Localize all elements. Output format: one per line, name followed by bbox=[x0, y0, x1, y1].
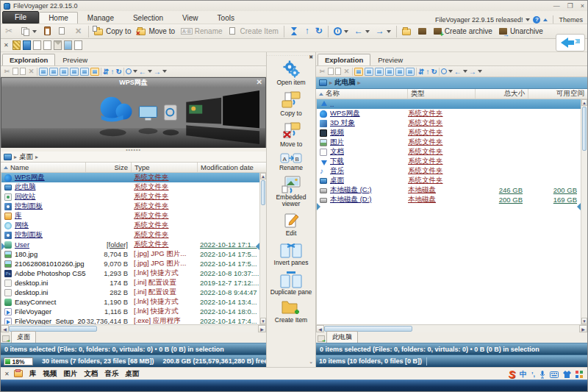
copy-to-button[interactable]: Copy to bbox=[92, 26, 133, 37]
table-row[interactable]: 下载系统文件夹 bbox=[317, 157, 587, 166]
view-details-button[interactable] bbox=[354, 68, 363, 76]
keyboard-icon[interactable] bbox=[550, 371, 559, 378]
user-shortcut-icon[interactable] bbox=[64, 40, 72, 50]
up-arrow-icon[interactable]: ↑ bbox=[110, 68, 114, 76]
table-row[interactable]: 图片系统文件夹 bbox=[317, 138, 587, 147]
column-name[interactable]: 名称 bbox=[316, 89, 408, 99]
scroll-up-icon[interactable]: ▲ bbox=[260, 173, 266, 179]
view-details-button[interactable] bbox=[39, 68, 48, 76]
themes-button[interactable]: Themes bbox=[559, 16, 583, 24]
folder-tab[interactable]: 此电脑 bbox=[326, 331, 358, 343]
refresh-icon[interactable]: ↻ bbox=[431, 68, 437, 76]
tab-view[interactable]: View bbox=[173, 12, 208, 24]
microphone-icon[interactable] bbox=[539, 371, 545, 379]
table-row[interactable]: 桌面系统文件夹 bbox=[317, 176, 587, 185]
column-size[interactable]: 总大小 bbox=[476, 89, 528, 99]
table-row[interactable]: FileVoyager_Setup_20.1.20.0_Full.exe32,7… bbox=[1, 316, 266, 324]
zip-shortcut-icon[interactable] bbox=[12, 40, 21, 50]
duplicate-pane-button[interactable]: Duplicate pane bbox=[267, 271, 315, 296]
scroll-down-icon[interactable]: ▼ bbox=[581, 318, 587, 324]
table-row[interactable]: 此电脑系统文件夹 bbox=[1, 182, 266, 192]
horizontal-scrollbar[interactable]: ◀ ▶ bbox=[1, 324, 266, 332]
table-row[interactable]: 3D 对象系统文件夹 bbox=[317, 118, 587, 128]
copy-to-button[interactable]: Copy to bbox=[267, 90, 315, 117]
column-type[interactable]: Type bbox=[132, 163, 198, 172]
cut-icon[interactable]: ✂ bbox=[318, 68, 326, 76]
table-row[interactable]: EasyConnect1,190 B[.lnk] 快捷方式2022-10-14 … bbox=[1, 297, 266, 307]
tab-tools[interactable]: Tools bbox=[208, 12, 244, 24]
table-row[interactable]: 控制面板系统文件夹 bbox=[1, 202, 266, 211]
table-row[interactable]: desktop.ini174 B[.ini] 配置设置2019-12-7 17:… bbox=[1, 278, 266, 288]
table-row[interactable]: 控制面板系统文件夹 bbox=[1, 230, 266, 240]
history-icon[interactable] bbox=[126, 68, 132, 74]
create-item-button[interactable]: Create Item bbox=[267, 300, 315, 324]
mail-shortcut-icon[interactable] bbox=[54, 40, 62, 50]
forward-arrow-icon[interactable]: → bbox=[469, 68, 476, 76]
copy-icon[interactable] bbox=[12, 68, 18, 75]
scroll-right-icon[interactable]: ▶ bbox=[258, 325, 266, 332]
archive-tools-button[interactable] bbox=[415, 26, 429, 37]
refresh-button[interactable]: ↻ bbox=[313, 26, 325, 37]
close-favbar-icon[interactable]: ✕ bbox=[4, 371, 10, 377]
history-button[interactable] bbox=[331, 26, 351, 36]
tab-exploration[interactable]: Exploration bbox=[2, 54, 55, 65]
table-row[interactable]: 180.jpg8,704 B[.jpg] JPG 图片...2022-10-14… bbox=[1, 249, 266, 259]
embedded-viewer-button[interactable]: Embedded viewer bbox=[267, 176, 315, 207]
table-row[interactable]: Adobe Photoshop CS5 (64 Bit)1,293 B[.lnk… bbox=[1, 268, 266, 278]
paste-icon[interactable] bbox=[20, 68, 26, 75]
up-arrow-icon[interactable]: ↑ bbox=[426, 68, 429, 76]
view-icons-button[interactable] bbox=[365, 68, 373, 76]
view-columns-button[interactable] bbox=[385, 68, 394, 76]
table-row[interactable]: 本地磁盘 (C:)本地磁盘246 GB200 GB bbox=[317, 185, 587, 195]
fav-library[interactable]: 库 bbox=[29, 369, 37, 379]
view-tiles-button[interactable] bbox=[80, 68, 89, 76]
table-row[interactable]: 回收站系统文件夹 bbox=[1, 192, 266, 202]
close-icon[interactable]: ✕ bbox=[257, 78, 262, 86]
table-row[interactable]: desktop.ini282 B[.ini] 配置设置2022-10-8 9:4… bbox=[1, 288, 266, 297]
help-icon[interactable]: ? bbox=[533, 16, 540, 24]
file-shortcut-icon[interactable] bbox=[43, 40, 51, 50]
breadcrumb-segment[interactable]: 桌面 bbox=[19, 152, 33, 162]
fav-documents[interactable]: 文档 bbox=[84, 369, 98, 379]
update-notification[interactable]: FileVoyager 22.9.15 released! bbox=[435, 16, 523, 24]
table-row[interactable]: 音乐系统文件夹 bbox=[317, 166, 587, 176]
column-name[interactable]: Name bbox=[1, 163, 86, 172]
table-row[interactable]: 文档系统文件夹 bbox=[317, 147, 587, 157]
view-carousel-button[interactable] bbox=[90, 68, 99, 76]
forward-button[interactable]: → bbox=[373, 26, 393, 37]
scroll-up-icon[interactable]: ▲ bbox=[581, 99, 587, 106]
table-row[interactable]: User[folder]系统文件夹2022-10-12 17:1... bbox=[1, 240, 266, 249]
chevron-down-icon[interactable] bbox=[526, 18, 530, 21]
tab-file[interactable]: File bbox=[2, 11, 39, 24]
scroll-right-icon[interactable]: ▶ bbox=[579, 325, 587, 332]
column-date[interactable]: Modification date bbox=[198, 163, 266, 172]
collapse-all-button[interactable] bbox=[287, 26, 301, 36]
scroll-down-icon[interactable]: ▼ bbox=[260, 318, 266, 324]
table-row[interactable]: .. bbox=[317, 99, 587, 109]
table-row[interactable]: WPS网盘系统文件夹 bbox=[1, 173, 266, 182]
minimize-button[interactable]: — bbox=[553, 2, 560, 10]
table-row[interactable]: 210628081010260.jpg9,070 B[.jpg] JPG 图片.… bbox=[1, 259, 266, 268]
fav-music[interactable]: 音乐 bbox=[104, 369, 118, 379]
close-button[interactable]: × bbox=[581, 2, 584, 10]
delete-button[interactable]: ✕ bbox=[71, 26, 85, 37]
ime-punctuation-icon[interactable]: ’, bbox=[531, 371, 535, 378]
compress-icon[interactable]: ⇵ bbox=[103, 68, 109, 76]
open-folder-button[interactable] bbox=[400, 26, 414, 37]
up-level-button[interactable]: ↑ bbox=[303, 26, 312, 37]
table-row[interactable]: FileVoyager1,116 B[.lnk] 快捷方式2022-10-14 … bbox=[1, 307, 266, 316]
view-tiles-button[interactable] bbox=[395, 68, 404, 76]
windows-taskbar[interactable] bbox=[1, 379, 587, 391]
create-item-button[interactable]: Create Item bbox=[226, 26, 281, 37]
fav-pictures[interactable]: 图片 bbox=[63, 369, 77, 379]
back-arrow-icon[interactable]: ← bbox=[454, 68, 462, 76]
cut-icon[interactable]: ✂ bbox=[3, 68, 11, 76]
vertical-scrollbar[interactable]: ▲ ▼ bbox=[259, 173, 266, 324]
compress-icon[interactable]: ⇵ bbox=[418, 68, 424, 76]
toolbox-grid-icon[interactable] bbox=[576, 371, 583, 378]
scroll-left-icon[interactable]: ◀ bbox=[316, 325, 324, 332]
vertical-scrollbar[interactable]: ▲ ▼ bbox=[581, 99, 587, 324]
scroll-thumb[interactable] bbox=[582, 107, 587, 151]
table-row[interactable]: 库系统文件夹 bbox=[1, 211, 266, 221]
tab-preview[interactable]: Preview bbox=[370, 54, 410, 65]
